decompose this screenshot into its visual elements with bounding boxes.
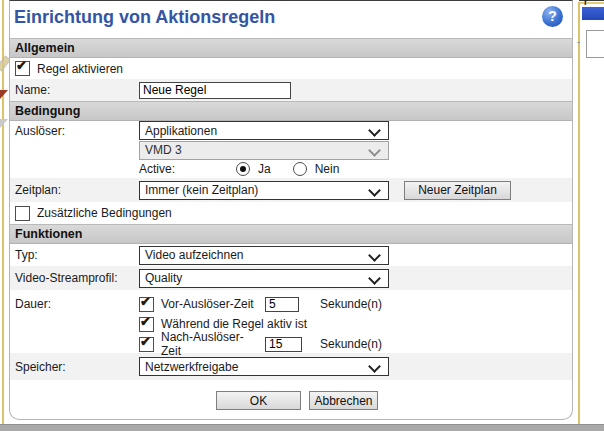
active-ja-label: Ja (258, 162, 271, 176)
page-title: Einrichtung von Aktionsregeln (14, 7, 275, 28)
cancel-button[interactable]: Abbrechen (309, 391, 378, 410)
check-icon: ✔ (16, 58, 27, 73)
chevron-down-icon (368, 272, 381, 285)
name-row: Name: (10, 79, 572, 101)
enable-rule-checkbox[interactable]: ✔ (15, 61, 30, 76)
trigger-select[interactable]: Applikationen (139, 121, 389, 140)
name-label: Name: (15, 83, 139, 97)
pre-trigger-line: ✔ Vor-Auslöser-Zeit Sekunde(n) (139, 294, 382, 314)
section-header-allgemein: Allgemein (10, 38, 572, 58)
additional-conditions-label: Zusätzliche Bedingungen (37, 206, 172, 220)
storage-row: Speicher: Netzwerkfreigabe (10, 353, 572, 380)
bottom-frame-bar (0, 424, 604, 431)
duration-row: Dauer: ✔ Vor-Auslöser-Zeit Sekunde(n) ✔ … (10, 290, 572, 353)
chevron-down-icon (368, 360, 381, 373)
active-ja-radio[interactable] (236, 162, 250, 176)
top-frame-line (579, 0, 604, 1)
ok-button[interactable]: OK (216, 391, 301, 410)
pre-trigger-unit: Sekunde(n) (320, 297, 382, 311)
type-select[interactable]: Video aufzeichnen (139, 246, 389, 265)
active-label: Active: (139, 162, 236, 176)
application-select[interactable]: VMD 3 (139, 141, 389, 160)
trigger-row: Auslöser: Applikationen (10, 121, 572, 140)
red-arrow-icon (0, 90, 8, 99)
active-nein-radio[interactable] (293, 162, 307, 176)
chevron-down-icon (368, 144, 381, 157)
storage-label: Speicher: (15, 360, 139, 374)
help-icon[interactable]: ? (542, 6, 563, 27)
post-trigger-checkbox[interactable]: ✔ (139, 337, 154, 352)
new-schedule-button[interactable]: Neuer Zeitplan (404, 181, 511, 200)
enable-rule-label: Regel aktivieren (37, 62, 123, 76)
dialog-header: Einrichtung von Aktionsregeln ? (10, 1, 572, 38)
schedule-select[interactable]: Immer (kein Zeitplan) (139, 181, 389, 200)
storage-select[interactable]: Netzwerkfreigabe (139, 357, 389, 376)
trigger-label: Auslöser: (15, 124, 139, 138)
dash-fragment: - (577, 36, 580, 47)
pre-trigger-input[interactable] (265, 297, 299, 312)
type-row: Typ: Video aufzeichnen (10, 244, 572, 266)
while-active-label: Während die Regel aktiv ist (161, 317, 307, 331)
post-trigger-input[interactable] (265, 337, 302, 352)
page: r - Einrichtung von Aktionsregeln ? Allg… (0, 0, 604, 431)
name-input[interactable] (139, 82, 291, 99)
dialog-footer: OK Abbrechen (10, 380, 572, 420)
active-nein-label: Nein (315, 162, 340, 176)
section-header-funktionen: Funktionen (10, 224, 572, 244)
enable-rule-row: ✔ Regel aktivieren (10, 58, 572, 79)
while-active-checkbox[interactable]: ✔ (139, 317, 154, 332)
check-icon: ✔ (140, 314, 151, 329)
gray-arrow-icon (0, 119, 8, 128)
post-trigger-label: Nach-Auslöser-Zeit (161, 330, 258, 358)
right-frame-line (578, 2, 580, 424)
clipped-text-fragment: r (584, 0, 588, 7)
additional-conditions-checkbox[interactable]: ✔ (15, 206, 30, 221)
right-frame-top-line (578, 2, 604, 4)
chevron-down-icon (368, 184, 381, 197)
stream-profile-label: Video-Streamprofil: (15, 271, 139, 285)
stream-profile-row: Video-Streamprofil: Quality (10, 266, 572, 290)
active-row: Active: Ja Nein (10, 160, 572, 178)
check-icon: ✔ (140, 294, 151, 309)
section-header-bedingung: Bedingung (10, 101, 572, 121)
post-trigger-line: ✔ Nach-Auslöser-Zeit Sekunde(n) (139, 334, 382, 354)
post-trigger-unit: Sekunde(n) (320, 337, 382, 351)
clipped-panel-box (586, 30, 604, 58)
additional-conditions-row: ✔ Zusätzliche Bedingungen (10, 202, 572, 224)
pre-trigger-checkbox[interactable]: ✔ (139, 297, 154, 312)
application-row: VMD 3 (10, 140, 572, 160)
stream-profile-select[interactable]: Quality (139, 269, 389, 288)
pre-trigger-label: Vor-Auslöser-Zeit (161, 297, 258, 311)
schedule-row: Zeitplan: Immer (kein Zeitplan) Neuer Ze… (10, 178, 572, 202)
schedule-label: Zeitplan: (15, 183, 139, 197)
duration-label: Dauer: (15, 294, 139, 311)
action-rule-dialog: Einrichtung von Aktionsregeln ? Allgemei… (9, 0, 573, 420)
type-label: Typ: (15, 248, 139, 262)
check-icon: ✔ (140, 334, 151, 349)
clipped-blue-panel (582, 7, 604, 20)
chevron-down-icon (368, 249, 381, 262)
chevron-down-icon (368, 124, 381, 137)
